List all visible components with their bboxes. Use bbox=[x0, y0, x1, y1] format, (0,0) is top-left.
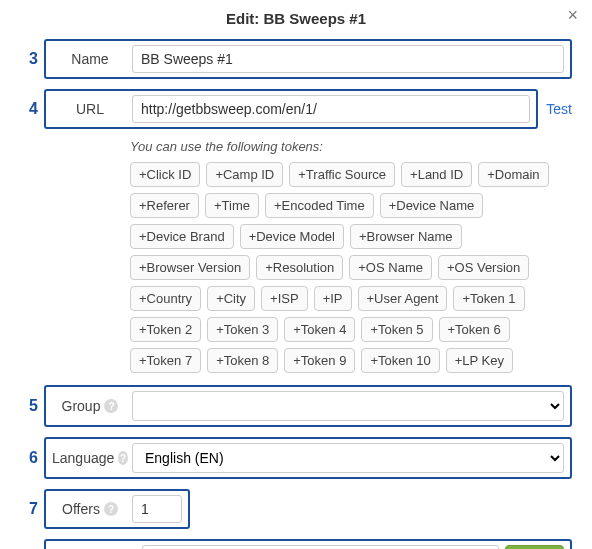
tokens-hint: You can use the following tokens: bbox=[130, 139, 552, 154]
language-label-text: Language bbox=[52, 450, 114, 466]
token-pill[interactable]: +Traffic Source bbox=[289, 162, 395, 187]
token-pill[interactable]: +User Agent bbox=[358, 286, 448, 311]
annotation-7: 7 bbox=[18, 500, 38, 518]
token-pill[interactable]: +ISP bbox=[261, 286, 308, 311]
copy-button[interactable]: Copy bbox=[505, 545, 564, 549]
url-field-frame: URL bbox=[44, 89, 538, 129]
token-pill[interactable]: +Token 2 bbox=[130, 317, 201, 342]
token-pill[interactable]: +Token 1 bbox=[453, 286, 524, 311]
annotation-5: 5 bbox=[18, 397, 38, 415]
language-select[interactable]: English (EN) bbox=[132, 443, 564, 473]
close-icon[interactable]: × bbox=[567, 6, 578, 24]
url-input[interactable] bbox=[132, 95, 530, 123]
annotation-6: 6 bbox=[18, 449, 38, 467]
name-label: Name bbox=[52, 51, 128, 67]
group-label: Group ? bbox=[52, 398, 128, 414]
token-pill[interactable]: +Token 4 bbox=[284, 317, 355, 342]
token-pill[interactable]: +Resolution bbox=[256, 255, 343, 280]
help-icon[interactable]: ? bbox=[104, 399, 118, 413]
test-link[interactable]: Test bbox=[546, 101, 572, 117]
name-field-frame: Name bbox=[44, 39, 572, 79]
token-pill[interactable]: +Token 8 bbox=[207, 348, 278, 373]
token-pill[interactable]: +IP bbox=[314, 286, 352, 311]
token-pill[interactable]: +Country bbox=[130, 286, 201, 311]
token-pill[interactable]: +Token 3 bbox=[207, 317, 278, 342]
token-pill[interactable]: +Device Model bbox=[240, 224, 344, 249]
help-icon[interactable]: ? bbox=[118, 451, 128, 465]
token-pill[interactable]: +Click ID bbox=[130, 162, 200, 187]
annotation-4: 4 bbox=[18, 100, 38, 118]
token-pill[interactable]: +Token 10 bbox=[361, 348, 439, 373]
group-label-text: Group bbox=[62, 398, 101, 414]
lpprotect-code[interactable] bbox=[142, 545, 499, 549]
offers-field-frame: Offers ? bbox=[44, 489, 190, 529]
token-pill[interactable]: +Token 9 bbox=[284, 348, 355, 373]
token-pill[interactable]: +LP Key bbox=[446, 348, 513, 373]
token-pill[interactable]: +Token 6 bbox=[439, 317, 510, 342]
name-input[interactable] bbox=[132, 45, 564, 73]
group-select[interactable] bbox=[132, 391, 564, 421]
token-pill[interactable]: +Domain bbox=[478, 162, 548, 187]
url-label: URL bbox=[52, 101, 128, 117]
help-icon[interactable]: ? bbox=[104, 502, 118, 516]
token-pill[interactable]: +Token 5 bbox=[361, 317, 432, 342]
lpprotect-field-frame: LP Protect ? Copy bbox=[44, 539, 572, 549]
token-pill[interactable]: +Device Name bbox=[380, 193, 484, 218]
annotation-3: 3 bbox=[18, 50, 38, 68]
token-pill[interactable]: +OS Version bbox=[438, 255, 529, 280]
dialog-title: Edit: BB Sweeps #1 bbox=[20, 0, 572, 39]
token-pill[interactable]: +Time bbox=[205, 193, 259, 218]
token-pill[interactable]: +Encoded Time bbox=[265, 193, 374, 218]
token-pill[interactable]: +Land ID bbox=[401, 162, 472, 187]
tokens-pills: +Click ID+Camp ID+Traffic Source+Land ID… bbox=[130, 162, 552, 373]
group-field-frame: Group ? bbox=[44, 385, 572, 427]
language-field-frame: Language ? English (EN) bbox=[44, 437, 572, 479]
token-pill[interactable]: +Token 7 bbox=[130, 348, 201, 373]
token-pill[interactable]: +Browser Name bbox=[350, 224, 462, 249]
token-pill[interactable]: +Camp ID bbox=[206, 162, 283, 187]
token-pill[interactable]: +OS Name bbox=[349, 255, 432, 280]
token-pill[interactable]: +Referer bbox=[130, 193, 199, 218]
token-pill[interactable]: +City bbox=[207, 286, 255, 311]
offers-label: Offers ? bbox=[52, 501, 128, 517]
language-label: Language ? bbox=[52, 450, 128, 466]
offers-label-text: Offers bbox=[62, 501, 100, 517]
token-pill[interactable]: +Browser Version bbox=[130, 255, 250, 280]
token-pill[interactable]: +Device Brand bbox=[130, 224, 234, 249]
offers-input[interactable] bbox=[132, 495, 182, 523]
